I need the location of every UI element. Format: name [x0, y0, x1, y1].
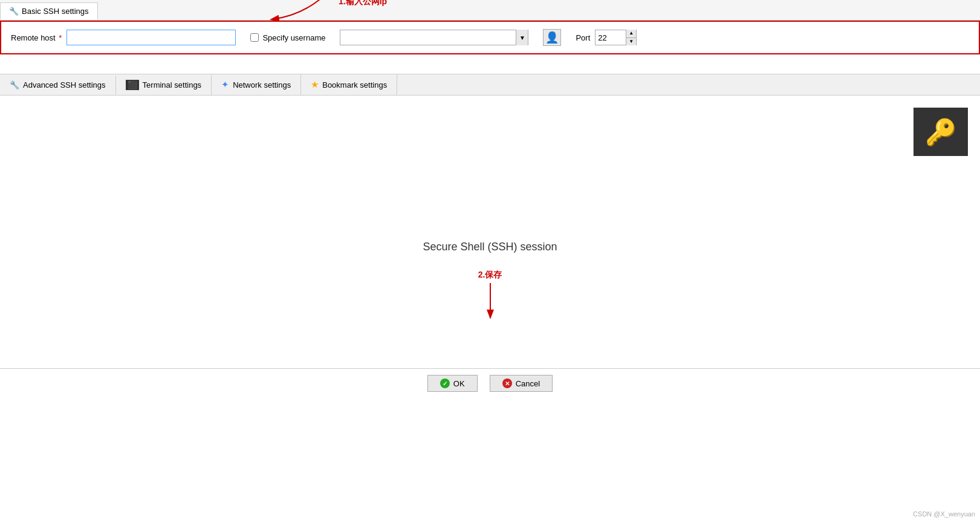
annotation-step2: 2.保存: [478, 270, 502, 319]
user-person-icon: 👤: [545, 31, 559, 44]
advanced-ssh-icon: 🔧: [10, 80, 19, 89]
spacer1: [0, 54, 980, 64]
key-icon: 🔑: [925, 117, 956, 147]
ok-button[interactable]: ✓ OK: [427, 375, 478, 392]
settings-tabs: 🔧 Advanced SSH settings ⬛ Terminal setti…: [0, 74, 980, 95]
tab-network[interactable]: ✦ Network settings: [212, 74, 301, 95]
top-tab-bar: 🔧 Basic SSH settings: [0, 0, 980, 21]
tab-basic-ssh[interactable]: 🔧 Basic SSH settings: [0, 2, 98, 20]
ok-icon: ✓: [440, 379, 450, 388]
port-down-button[interactable]: ▼: [626, 38, 636, 46]
footer-buttons: ✓ OK ✕ Cancel: [0, 368, 980, 398]
terminal-icon: ⬛: [126, 80, 139, 90]
port-up-button[interactable]: ▲: [626, 30, 636, 38]
port-spinners: ▲ ▼: [626, 30, 636, 45]
tab-advanced-ssh[interactable]: 🔧 Advanced SSH settings: [0, 76, 116, 94]
main-content: Secure Shell (SSH) session 🔑 2.保存 ✓ OK: [0, 96, 980, 398]
remote-host-section: Remote host * Specify username ▼ 👤: [0, 21, 980, 54]
specify-username-checkbox[interactable]: [250, 33, 259, 42]
annotation-step2-arrow: [478, 283, 502, 319]
bookmark-star-icon: ★: [311, 79, 319, 90]
remote-host-input[interactable]: [67, 30, 236, 45]
username-dropdown-container[interactable]: ▼: [340, 30, 528, 45]
port-input-container: ▲ ▼: [595, 30, 637, 45]
required-marker: *: [59, 33, 62, 42]
ok-label: OK: [453, 379, 465, 388]
tab-bookmark[interactable]: ★ Bookmark settings: [301, 74, 397, 95]
specify-username-label: Specify username: [262, 33, 325, 42]
specify-username-group: Specify username: [250, 33, 325, 42]
basic-ssh-tab-label: Basic SSH settings: [22, 7, 89, 16]
username-select[interactable]: [340, 30, 516, 45]
bookmark-label: Bookmark settings: [322, 80, 387, 89]
remote-host-label: Remote host *: [11, 33, 62, 42]
ssh-session-label: Secure Shell (SSH) session: [423, 241, 557, 253]
cancel-label: Cancel: [516, 379, 540, 388]
settings-tabs-section: 🔧 Advanced SSH settings ⬛ Terminal setti…: [0, 74, 980, 96]
watermark: CSDN @X_wenyuan: [913, 510, 975, 518]
port-group: Port ▲ ▼: [576, 30, 637, 45]
key-icon-container: 🔑: [913, 108, 968, 156]
tab-terminal[interactable]: ⬛ Terminal settings: [116, 75, 212, 95]
advanced-ssh-label: Advanced SSH settings: [23, 80, 106, 89]
port-input[interactable]: [595, 30, 626, 45]
terminal-label: Terminal settings: [143, 80, 202, 89]
port-label: Port: [576, 33, 590, 42]
main-container: 🔧 Basic SSH settings 1.输入公网ip Remote hos…: [0, 0, 980, 520]
username-dropdown-arrow[interactable]: ▼: [516, 30, 528, 45]
user-icon-button[interactable]: 👤: [543, 29, 561, 46]
network-icon: ✦: [221, 79, 229, 90]
cancel-icon: ✕: [502, 379, 512, 388]
network-label: Network settings: [233, 80, 291, 89]
cancel-button[interactable]: ✕ Cancel: [490, 375, 553, 392]
wrench-icon: 🔧: [9, 7, 19, 16]
remote-host-group: Remote host *: [11, 30, 236, 45]
annotation-step2-text: 2.保存: [478, 270, 502, 281]
